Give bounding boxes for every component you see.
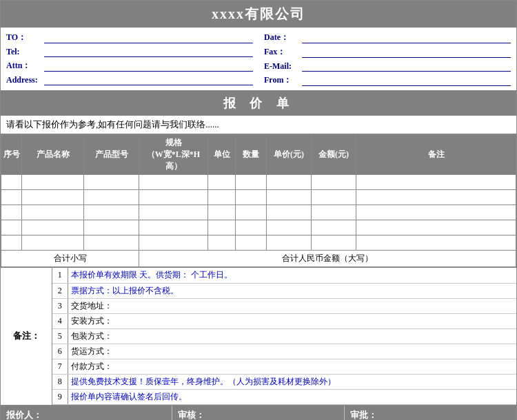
email-value bbox=[302, 61, 511, 72]
col-amount-header: 金额(元) bbox=[312, 135, 356, 175]
col-qty-header: 数量 bbox=[236, 135, 267, 175]
note-item: 2票据方式：以上报价不含税。 bbox=[52, 283, 516, 298]
to-row: TO： bbox=[6, 30, 253, 45]
note-item: 1本报价单有效期限 天。供货期： 个工作日。 bbox=[52, 268, 516, 283]
note-item: 3交货地址： bbox=[52, 298, 516, 313]
document-container: xxxx有限公司 TO： Tel: Attn： Address: Dat bbox=[0, 0, 517, 420]
note-text: 票据方式：以上报价不含税。 bbox=[68, 283, 516, 298]
note-number: 7 bbox=[52, 359, 68, 374]
note-item: 7付款方式： bbox=[52, 359, 516, 374]
note-item: 9报价单内容请确认签名后回传。 bbox=[52, 389, 516, 404]
note-text: 报价单内容请确认签名后回传。 bbox=[68, 389, 516, 404]
attn-row: Attn： bbox=[6, 59, 253, 73]
quoter-cell: 报价人： bbox=[1, 406, 172, 421]
note-text: 交货地址： bbox=[68, 298, 516, 313]
note-text: 本报价单有效期限 天。供货期： 个工作日。 bbox=[68, 268, 516, 283]
col-model-header: 产品型号 bbox=[84, 135, 139, 175]
col-price-header: 单价(元) bbox=[267, 135, 312, 175]
note-text: 付款方式： bbox=[68, 359, 516, 374]
table-row bbox=[1, 175, 516, 190]
address-row: Address: bbox=[6, 73, 253, 87]
quote-intro: 请看以下报价作为参考,如有任何问题请与我们联络...... bbox=[1, 116, 516, 134]
note-text: 货运方式： bbox=[68, 344, 516, 359]
to-label: TO： bbox=[6, 32, 44, 43]
notes-section: 备注： 1本报价单有效期限 天。供货期： 个工作日。2票据方式：以上报价不含税。… bbox=[1, 267, 516, 405]
table-header-row: 序号 产品名称 产品型号 规格（W宽*L深*H高） 单位 数量 单价(元) 金额… bbox=[1, 135, 516, 175]
date-label: Date： bbox=[264, 32, 302, 43]
note-number: 6 bbox=[52, 344, 68, 359]
note-item: 4安装方式： bbox=[52, 313, 516, 328]
email-label: E-Mail: bbox=[264, 61, 302, 72]
fax-value bbox=[302, 47, 511, 58]
notes-table: 1本报价单有效期限 天。供货期： 个工作日。2票据方式：以上报价不含税。3交货地… bbox=[52, 268, 516, 405]
fax-label: Fax： bbox=[264, 46, 302, 58]
signature-row: 报价人： 审核： 审批： bbox=[1, 405, 516, 421]
note-text: 包装方式： bbox=[68, 328, 516, 344]
table-row bbox=[1, 235, 516, 251]
col-seq-header: 序号 bbox=[1, 135, 22, 175]
note-item: 6货运方式： bbox=[52, 344, 516, 359]
address-label: Address: bbox=[6, 75, 44, 85]
notes-content: 1本报价单有效期限 天。供货期： 个工作日。2票据方式：以上报价不含税。3交货地… bbox=[52, 268, 516, 405]
subtotal-row: 合计小写 合计人民币金额（大写） bbox=[1, 251, 516, 267]
note-item: 8提供免费技术支援！质保壹年，终身维护。（人为损害及耗材更换除外） bbox=[52, 374, 516, 389]
table-row bbox=[1, 220, 516, 235]
col-remark-header: 备注 bbox=[356, 135, 516, 175]
note-item: 5包装方式： bbox=[52, 328, 516, 344]
company-title: xxxx有限公司 bbox=[1, 1, 516, 28]
note-text: 提供免费技术支援！质保壹年，终身维护。（人为损害及耗材更换除外） bbox=[68, 374, 516, 389]
notes-label: 备注： bbox=[1, 268, 52, 405]
info-left: TO： Tel: Attn： Address: bbox=[1, 28, 258, 90]
date-value bbox=[302, 32, 511, 43]
fax-row: Fax： bbox=[264, 45, 511, 59]
attn-value bbox=[44, 61, 253, 72]
table-row bbox=[1, 205, 516, 220]
header-info: TO： Tel: Attn： Address: Date： Fax： bbox=[1, 28, 516, 91]
note-text: 安装方式： bbox=[68, 313, 516, 328]
tel-label: Tel: bbox=[6, 47, 44, 57]
col-unit-header: 单位 bbox=[208, 135, 236, 175]
subtotal-rmb-label: 合计人民币金额（大写） bbox=[139, 251, 516, 267]
attn-label: Attn： bbox=[6, 60, 44, 72]
note-number: 5 bbox=[52, 328, 68, 344]
from-label: From： bbox=[264, 74, 302, 86]
note-number: 9 bbox=[52, 389, 68, 404]
from-row: From： bbox=[264, 73, 511, 87]
review-cell: 审核： bbox=[172, 406, 344, 421]
col-spec-header: 规格（W宽*L深*H高） bbox=[139, 135, 208, 175]
approve-cell: 审批： bbox=[345, 406, 516, 421]
info-right: Date： Fax： E-Mail: From： bbox=[258, 28, 516, 90]
note-number: 3 bbox=[52, 298, 68, 313]
note-number: 1 bbox=[52, 268, 68, 283]
to-value bbox=[44, 32, 253, 43]
date-row: Date： bbox=[264, 30, 511, 45]
table-row bbox=[1, 190, 516, 205]
email-row: E-Mail: bbox=[264, 59, 511, 73]
tel-row: Tel: bbox=[6, 45, 253, 59]
col-name-header: 产品名称 bbox=[22, 135, 84, 175]
quote-table: 序号 产品名称 产品型号 规格（W宽*L深*H高） 单位 数量 单价(元) 金额… bbox=[1, 134, 516, 267]
quote-section-title: 报 价 单 bbox=[1, 91, 516, 116]
address-value bbox=[44, 74, 253, 85]
tel-value bbox=[44, 46, 253, 57]
note-number: 4 bbox=[52, 313, 68, 328]
note-number: 2 bbox=[52, 283, 68, 298]
from-value bbox=[302, 75, 511, 86]
subtotal-label: 合计小写 bbox=[1, 251, 139, 267]
note-number: 8 bbox=[52, 374, 68, 389]
